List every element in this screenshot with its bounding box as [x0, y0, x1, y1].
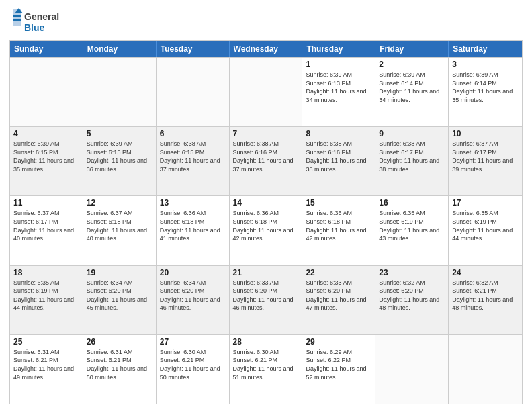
calendar-cell-1-3: 7Sunrise: 6:38 AM Sunset: 6:16 PM Daylig… — [230, 127, 303, 195]
day-number: 5 — [87, 129, 152, 138]
day-number: 23 — [379, 268, 445, 277]
header: General Blue — [9, 7, 523, 36]
calendar-cell-4-4: 29Sunrise: 6:29 AM Sunset: 6:22 PM Dayli… — [302, 335, 375, 404]
header-cell-monday: Monday — [83, 41, 157, 57]
day-info: Sunrise: 6:33 AM Sunset: 6:20 PM Dayligh… — [306, 279, 371, 312]
day-info: Sunrise: 6:37 AM Sunset: 6:17 PM Dayligh… — [452, 140, 519, 173]
day-info: Sunrise: 6:30 AM Sunset: 6:21 PM Dayligh… — [233, 348, 299, 381]
calendar-cell-1-2: 6Sunrise: 6:38 AM Sunset: 6:15 PM Daylig… — [157, 127, 230, 195]
day-info: Sunrise: 6:38 AM Sunset: 6:17 PM Dayligh… — [379, 140, 445, 173]
calendar-cell-4-5 — [375, 335, 449, 404]
header-cell-wednesday: Wednesday — [230, 41, 303, 57]
day-number: 8 — [306, 129, 371, 138]
day-number: 13 — [160, 198, 226, 208]
calendar-cell-3-6: 24Sunrise: 6:32 AM Sunset: 6:21 PM Dayli… — [449, 266, 522, 334]
calendar-row-4: 25Sunrise: 6:31 AM Sunset: 6:21 PM Dayli… — [10, 334, 522, 404]
day-info: Sunrise: 6:36 AM Sunset: 6:18 PM Dayligh… — [233, 209, 299, 242]
calendar-cell-2-2: 13Sunrise: 6:36 AM Sunset: 6:18 PM Dayli… — [157, 196, 230, 265]
day-info: Sunrise: 6:37 AM Sunset: 6:18 PM Dayligh… — [87, 209, 152, 242]
calendar-cell-4-1: 26Sunrise: 6:31 AM Sunset: 6:21 PM Dayli… — [83, 335, 157, 404]
day-number: 12 — [87, 198, 152, 208]
day-number: 10 — [452, 129, 519, 138]
header-cell-thursday: Thursday — [302, 41, 375, 57]
calendar-cell-0-2 — [157, 58, 230, 126]
header-cell-friday: Friday — [375, 41, 449, 57]
day-number: 1 — [306, 60, 371, 69]
calendar-cell-4-2: 27Sunrise: 6:30 AM Sunset: 6:21 PM Dayli… — [157, 335, 230, 404]
calendar-cell-1-6: 10Sunrise: 6:37 AM Sunset: 6:17 PM Dayli… — [449, 127, 522, 195]
day-info: Sunrise: 6:39 AM Sunset: 6:13 PM Dayligh… — [306, 71, 371, 104]
header-cell-sunday: Sunday — [10, 41, 83, 57]
calendar-cell-3-2: 20Sunrise: 6:34 AM Sunset: 6:20 PM Dayli… — [157, 266, 230, 334]
header-cell-tuesday: Tuesday — [157, 41, 230, 57]
day-info: Sunrise: 6:32 AM Sunset: 6:20 PM Dayligh… — [379, 279, 445, 312]
calendar-cell-2-4: 15Sunrise: 6:36 AM Sunset: 6:18 PM Dayli… — [302, 196, 375, 265]
calendar-cell-0-5: 2Sunrise: 6:39 AM Sunset: 6:14 PM Daylig… — [375, 58, 449, 126]
calendar-cell-2-1: 12Sunrise: 6:37 AM Sunset: 6:18 PM Dayli… — [83, 196, 157, 265]
day-number: 6 — [160, 129, 226, 138]
day-number: 11 — [13, 198, 79, 208]
day-number: 27 — [160, 337, 226, 347]
day-number: 16 — [379, 198, 445, 208]
day-number: 24 — [452, 268, 519, 277]
day-number: 29 — [306, 337, 371, 347]
day-info: Sunrise: 6:36 AM Sunset: 6:18 PM Dayligh… — [160, 209, 226, 242]
calendar-cell-1-5: 9Sunrise: 6:38 AM Sunset: 6:17 PM Daylig… — [375, 127, 449, 195]
calendar-cell-4-6 — [449, 335, 522, 404]
day-info: Sunrise: 6:33 AM Sunset: 6:20 PM Dayligh… — [233, 279, 299, 312]
day-number: 14 — [233, 198, 299, 208]
calendar-cell-2-3: 14Sunrise: 6:36 AM Sunset: 6:18 PM Dayli… — [230, 196, 303, 265]
day-number: 19 — [87, 268, 152, 277]
calendar-cell-0-4: 1Sunrise: 6:39 AM Sunset: 6:13 PM Daylig… — [302, 58, 375, 126]
calendar-cell-1-4: 8Sunrise: 6:38 AM Sunset: 6:16 PM Daylig… — [302, 127, 375, 195]
calendar-cell-0-0 — [10, 58, 83, 126]
day-info: Sunrise: 6:34 AM Sunset: 6:20 PM Dayligh… — [87, 279, 152, 312]
day-info: Sunrise: 6:39 AM Sunset: 6:14 PM Dayligh… — [452, 71, 519, 104]
day-info: Sunrise: 6:35 AM Sunset: 6:19 PM Dayligh… — [379, 209, 445, 242]
day-number: 18 — [13, 268, 79, 277]
day-number: 21 — [233, 268, 299, 277]
day-info: Sunrise: 6:31 AM Sunset: 6:21 PM Dayligh… — [13, 348, 79, 381]
day-info: Sunrise: 6:37 AM Sunset: 6:17 PM Dayligh… — [13, 209, 79, 242]
calendar-cell-3-4: 22Sunrise: 6:33 AM Sunset: 6:20 PM Dayli… — [302, 266, 375, 334]
day-info: Sunrise: 6:35 AM Sunset: 6:19 PM Dayligh… — [452, 209, 519, 242]
header-cell-saturday: Saturday — [449, 41, 522, 57]
calendar-cell-3-1: 19Sunrise: 6:34 AM Sunset: 6:20 PM Dayli… — [83, 266, 157, 334]
day-info: Sunrise: 6:29 AM Sunset: 6:22 PM Dayligh… — [306, 348, 371, 381]
page: General Blue SundayMondayTuesdayWednesda… — [0, 0, 532, 411]
calendar-cell-1-1: 5Sunrise: 6:39 AM Sunset: 6:15 PM Daylig… — [83, 127, 157, 195]
svg-rect-5 — [13, 19, 21, 21]
day-info: Sunrise: 6:36 AM Sunset: 6:18 PM Dayligh… — [306, 209, 371, 242]
day-number: 28 — [233, 337, 299, 347]
calendar-row-3: 18Sunrise: 6:35 AM Sunset: 6:19 PM Dayli… — [10, 265, 522, 334]
calendar-cell-4-0: 25Sunrise: 6:31 AM Sunset: 6:21 PM Dayli… — [10, 335, 83, 404]
day-info: Sunrise: 6:35 AM Sunset: 6:19 PM Dayligh… — [13, 279, 79, 312]
day-number: 17 — [452, 198, 519, 208]
calendar-cell-2-6: 17Sunrise: 6:35 AM Sunset: 6:19 PM Dayli… — [449, 196, 522, 265]
calendar-cell-1-0: 4Sunrise: 6:39 AM Sunset: 6:15 PM Daylig… — [10, 127, 83, 195]
calendar-row-0: 1Sunrise: 6:39 AM Sunset: 6:13 PM Daylig… — [10, 57, 522, 126]
day-info: Sunrise: 6:32 AM Sunset: 6:21 PM Dayligh… — [452, 279, 519, 312]
day-number: 9 — [379, 129, 445, 138]
day-info: Sunrise: 6:34 AM Sunset: 6:20 PM Dayligh… — [160, 279, 226, 312]
day-number: 25 — [13, 337, 79, 347]
calendar-row-2: 11Sunrise: 6:37 AM Sunset: 6:17 PM Dayli… — [10, 195, 522, 265]
day-info: Sunrise: 6:39 AM Sunset: 6:15 PM Dayligh… — [13, 140, 79, 173]
day-info: Sunrise: 6:38 AM Sunset: 6:16 PM Dayligh… — [233, 140, 299, 173]
day-number: 4 — [13, 129, 79, 138]
day-number: 3 — [452, 60, 519, 69]
calendar-row-1: 4Sunrise: 6:39 AM Sunset: 6:15 PM Daylig… — [10, 126, 522, 195]
day-info: Sunrise: 6:39 AM Sunset: 6:14 PM Dayligh… — [379, 71, 445, 104]
calendar: SundayMondayTuesdayWednesdayThursdayFrid… — [9, 40, 523, 404]
day-info: Sunrise: 6:30 AM Sunset: 6:21 PM Dayligh… — [160, 348, 226, 381]
day-number: 20 — [160, 268, 226, 277]
calendar-cell-0-6: 3Sunrise: 6:39 AM Sunset: 6:14 PM Daylig… — [449, 58, 522, 126]
svg-rect-4 — [13, 15, 21, 17]
logo-svg: General Blue — [9, 7, 70, 36]
calendar-cell-2-0: 11Sunrise: 6:37 AM Sunset: 6:17 PM Dayli… — [10, 196, 83, 265]
calendar-cell-3-5: 23Sunrise: 6:32 AM Sunset: 6:20 PM Dayli… — [375, 266, 449, 334]
day-number: 26 — [87, 337, 152, 347]
calendar-cell-3-3: 21Sunrise: 6:33 AM Sunset: 6:20 PM Dayli… — [230, 266, 303, 334]
calendar-cell-3-0: 18Sunrise: 6:35 AM Sunset: 6:19 PM Dayli… — [10, 266, 83, 334]
day-number: 2 — [379, 60, 445, 69]
